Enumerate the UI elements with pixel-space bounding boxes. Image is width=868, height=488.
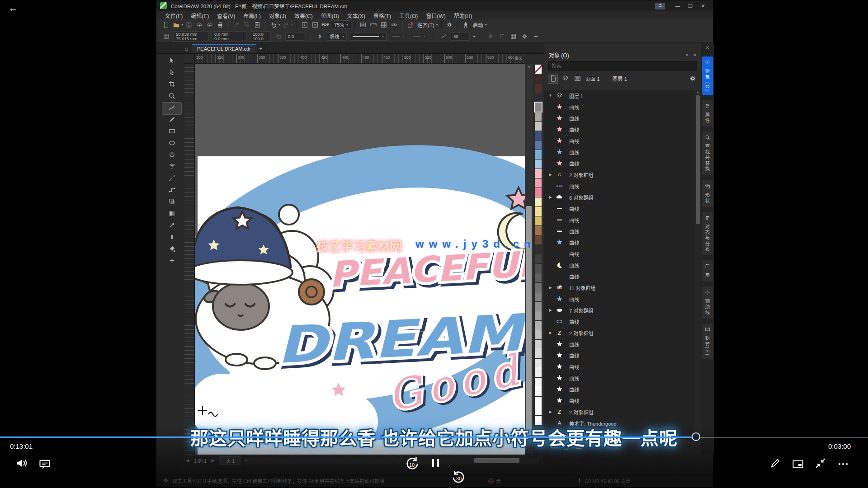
object-search-input[interactable] [552,63,694,69]
volume-button[interactable] [15,457,27,469]
object-size-fields[interactable]: 0.0 mm0.0 mm [212,31,247,42]
color-swatch[interactable] [535,378,542,387]
color-swatch[interactable] [535,283,542,292]
snap-label[interactable]: 贴齐(T) [417,21,434,28]
color-swatch[interactable] [535,207,542,216]
expand-arrow-icon[interactable]: ▶ [547,410,554,414]
crop-tool[interactable] [162,79,181,91]
expand-arrow-icon[interactable]: ▶ [547,308,554,312]
launch-label[interactable]: 启动 [473,21,483,28]
drawing-canvas[interactable]: PEACEFUL PEACEFUL DREAM DREAM Good Good [195,64,525,455]
object-tree-row[interactable]: 曲线 [544,338,694,350]
forward-30-button[interactable]: 30 [452,470,466,483]
back-button[interactable]: ← [5,1,22,15]
object-tree-row[interactable]: ▶ 11 对象群组 [544,282,694,293]
home-tab-icon[interactable]: ⌂ [181,44,192,53]
show-rulers-icon[interactable] [368,20,378,29]
color-swatch[interactable] [535,216,542,225]
copy-icon[interactable] [242,20,251,29]
color-swatch[interactable] [535,397,542,406]
color-swatch[interactable] [535,330,542,339]
expand-arrow-icon[interactable]: ▶ [547,331,554,335]
object-tree-row[interactable]: 曲线 [544,124,694,135]
menu-item[interactable]: 查看(V) [213,12,239,19]
color-swatch[interactable] [535,292,542,301]
redo-icon[interactable] [281,20,291,29]
menu-item[interactable]: 布局(L) [239,12,265,19]
tree-scroll-thumb[interactable] [696,95,700,224]
exit-fullscreen-button[interactable] [815,457,826,469]
import-icon[interactable] [300,20,309,29]
object-tree-row[interactable]: 曲线 [544,259,694,271]
add-preset-icon[interactable] [532,33,540,41]
object-tree-row[interactable]: 曲线 [544,316,694,327]
color-swatch[interactable] [535,93,542,102]
canvas-vertical-scrollbar[interactable]: ∧ [525,64,533,455]
view-objects-icon[interactable] [548,74,557,83]
object-tree-row[interactable]: 曲线 [544,372,694,384]
menu-item[interactable]: 文本(X) [343,12,369,19]
options-gear-icon[interactable] [445,20,454,29]
object-tree-row[interactable]: 曲线 [544,237,694,248]
object-tree-row[interactable]: 曲线 [544,395,694,406]
color-swatch[interactable] [535,273,542,282]
vertical-ruler[interactable] [184,64,195,455]
docker-tab[interactable]: 对齐与分布 [702,212,713,256]
object-tree-row[interactable]: 曲线 [544,271,694,282]
view-pages-icon[interactable] [573,74,582,83]
minimize-button[interactable]: — [671,0,684,11]
color-swatch[interactable] [535,131,542,140]
horizontal-ruler[interactable]: 3003203403603804004204404604805005205405… [195,54,525,64]
object-position-fields[interactable]: 50.038 mm75.015 mm [173,31,208,42]
rewind-10-button[interactable]: 10 [405,456,419,470]
docker-tab[interactable]: 对象 (O) [702,56,713,95]
docker-tab[interactable]: 查找并替换 [702,131,713,175]
smoothing-field[interactable]: 80 [451,32,470,41]
object-tree-row[interactable]: ▼ 图层 1 [544,90,694,101]
progress-handle[interactable] [692,432,700,441]
wrap-text-icon[interactable] [487,33,495,41]
color-swatch[interactable] [535,235,542,244]
object-tree-row[interactable]: ▶ 7 对象群组 [544,305,694,316]
parallel-dimension-tool[interactable] [162,173,181,185]
ellipse-tool[interactable] [162,138,181,150]
object-tree-row[interactable]: 曲线 [544,225,694,237]
more-options-button[interactable] [837,458,849,470]
drop-shadow-tool[interactable] [162,197,181,208]
color-swatch[interactable] [535,160,542,169]
color-swatch[interactable] [535,226,542,235]
menu-item[interactable]: 文件(F) [161,12,187,19]
artistic-media-tool[interactable] [162,114,181,126]
text-tool[interactable]: 字 [162,161,181,173]
color-swatch[interactable] [535,321,542,330]
new-tab-button[interactable]: + [256,44,265,53]
outline-pen-tool[interactable] [162,232,181,244]
view-layers-icon[interactable] [561,74,570,83]
export-icon[interactable] [310,20,320,29]
zoom-tool[interactable] [162,91,181,103]
rectangle-tool[interactable] [162,126,181,138]
undo-icon[interactable] [269,20,278,29]
lock-ratio-icon[interactable] [274,33,282,41]
menu-item[interactable]: 窗口(W) [422,12,449,19]
object-tree-row[interactable]: 曲线 [544,135,694,146]
object-tree-row[interactable]: 曲线 [544,180,694,192]
color-swatch[interactable] [535,103,542,112]
rotation-field[interactable]: 0.0 [285,32,304,41]
menu-item[interactable]: 表格(T) [369,12,395,19]
color-swatch[interactable] [535,264,542,273]
pick-tool[interactable] [162,56,181,67]
progress-bar-played[interactable] [0,436,692,438]
object-tree-row[interactable]: ▶ Z 2 对象群组 [544,406,694,418]
color-swatch[interactable] [535,74,542,83]
publish-pdf-icon[interactable]: PDF [321,20,330,29]
end-arrowhead-select[interactable]: ▾ [410,32,428,41]
cut-icon[interactable] [231,20,241,29]
object-tree-row[interactable]: 曲线 [544,214,694,225]
menu-item[interactable]: 帮助(H) [450,12,476,19]
color-swatch[interactable] [535,178,542,188]
menu-item[interactable]: 工具(O) [395,12,422,19]
color-swatch[interactable] [535,311,542,320]
freehand-tool[interactable] [162,103,181,114]
color-swatch[interactable] [535,406,542,415]
